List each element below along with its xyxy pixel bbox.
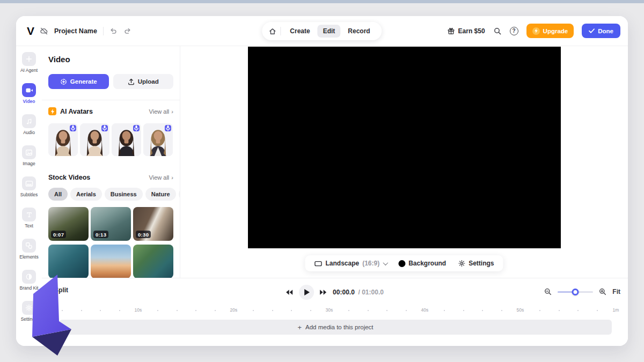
background-color-swatch [398, 260, 405, 267]
upgrade-button[interactable]: Upgrade [526, 24, 574, 38]
timeline-zoom-slider[interactable] [558, 289, 593, 295]
add-media-button[interactable]: + Add media to this project [59, 320, 612, 335]
nav-tab-create[interactable]: Create [284, 25, 315, 38]
stock-video-underwater-divers[interactable] [48, 245, 89, 278]
stock-filter-nature[interactable]: Nature [145, 188, 176, 201]
timeline-ruler[interactable]: 10s20s30s40s50s1m [42, 306, 628, 315]
generate-button[interactable]: Generate [48, 74, 109, 89]
scissors-icon: ✂ [46, 286, 52, 294]
sidebar-item-settings[interactable]: Settings [16, 298, 42, 329]
sidebar-item-brand-kit[interactable]: Brand Kit [16, 267, 42, 298]
ruler-label: 50s [517, 307, 524, 313]
video-duration-badge: 0:30 [136, 231, 151, 238]
ruler-tick [368, 310, 369, 311]
ruler-tick [62, 310, 63, 311]
sidebar-item-image[interactable]: Image [16, 142, 42, 173]
background-button[interactable]: Background [392, 260, 452, 267]
ai-avatar-card-avatar-2[interactable] [80, 123, 109, 156]
ai-avatars-view-all[interactable]: View all› [149, 108, 173, 115]
sidebar-item-subtitles[interactable]: Subtitles [16, 173, 42, 204]
veed-logo: V [24, 25, 34, 38]
ai-agent-icon [22, 52, 36, 66]
ruler-tick [157, 310, 158, 311]
ai-avatar-card-avatar-4[interactable] [143, 123, 173, 156]
undo-icon[interactable] [109, 27, 118, 35]
landscape-rect-icon [314, 260, 322, 267]
sidebar-item-label: Brand Kit [20, 285, 39, 291]
check-icon [589, 28, 595, 33]
cloud-sync-icon [40, 27, 48, 35]
zoom-slider-handle[interactable] [572, 289, 579, 295]
sidebar-item-video[interactable]: Video [16, 80, 42, 111]
zoom-out-icon[interactable] [544, 288, 552, 295]
project-name[interactable]: Project Name [54, 27, 97, 35]
done-button[interactable]: Done [582, 24, 620, 38]
chevron-right-icon: › [171, 108, 173, 115]
nav-tab-record[interactable]: Record [342, 25, 375, 38]
sidebar-rail: AI AgentVideoAudioImageSubtitlesTextElem… [16, 46, 42, 346]
sidebar-item-text[interactable]: Text [16, 204, 42, 235]
stock-video-rocky-coast[interactable]: 0:13 [91, 207, 131, 241]
stock-video-mountain-valley[interactable]: 0:07 [48, 207, 89, 241]
sidebar-item-audio[interactable]: Audio [16, 111, 42, 142]
ruler-tick [577, 310, 579, 311]
ruler-tick [597, 310, 598, 311]
stock-filter--[interactable]: ··· [179, 188, 180, 201]
nav-tab-edit[interactable]: Edit [318, 25, 341, 38]
stock-videos-view-all[interactable]: View all› [149, 174, 173, 181]
help-icon[interactable]: ? [510, 27, 518, 35]
skip-back-icon[interactable] [286, 290, 293, 295]
sidebar-item-elements[interactable]: Elements [16, 235, 42, 267]
divider [42, 100, 180, 100]
gift-icon [447, 27, 455, 35]
ruler-label: 10s [135, 307, 142, 313]
stock-video-sunset-peaks[interactable] [91, 245, 131, 278]
upload-icon [128, 78, 135, 85]
split-button[interactable]: ✂ Split [46, 286, 68, 294]
stock-video-coastal-cliffs[interactable] [133, 245, 173, 278]
ruler-tick [310, 310, 311, 311]
voice-badge-icon [101, 125, 108, 131]
search-icon[interactable] [493, 27, 502, 35]
ruler-label: 40s [421, 307, 429, 313]
ruler-tick [501, 310, 502, 311]
ai-avatar-card-avatar-3[interactable] [112, 123, 141, 156]
audio-icon [22, 114, 36, 128]
ai-avatars-header: AI Avatars View all› [48, 107, 173, 115]
zoom-in-icon[interactable] [599, 288, 606, 295]
image-icon [22, 145, 36, 159]
stock-filter-business[interactable]: Business [105, 188, 143, 201]
ruler-tick [119, 310, 120, 311]
home-icon[interactable] [268, 27, 276, 35]
ruler-tick [348, 310, 349, 311]
chevron-right-icon: › [171, 174, 173, 181]
sidebar-item-label: Subtitles [20, 192, 38, 197]
sidebar-item-ai-agent[interactable]: AI Agent [16, 49, 42, 80]
stock-filter-aerials[interactable]: Aerials [70, 188, 102, 201]
earn-reward-button[interactable]: Earn $50 [447, 27, 485, 35]
sidebar-item-label: Elements [19, 254, 38, 260]
video-duration-badge: 0:13 [93, 231, 108, 238]
redo-icon[interactable] [123, 27, 131, 35]
voice-badge-icon [165, 125, 171, 131]
fit-button[interactable]: Fit [612, 288, 620, 295]
ai-avatar-card-avatar-1[interactable] [48, 123, 78, 156]
bolt-icon [532, 27, 540, 35]
ruler-tick [272, 310, 273, 311]
stock-video-office-meeting[interactable]: 0:30 [133, 207, 173, 241]
stock-filter-all[interactable]: All [48, 188, 68, 201]
canvas-settings-button[interactable]: Settings [452, 260, 500, 267]
mode-nav-pill: CreateEditRecord [262, 22, 382, 40]
aspect-ratio-selector[interactable]: Landscape (16:9) [308, 260, 392, 267]
video-canvas[interactable] [248, 47, 561, 248]
ruler-tick [215, 310, 216, 311]
skip-forward-icon[interactable] [320, 290, 327, 295]
voice-badge-icon [70, 125, 76, 131]
ai-avatars-badge-icon [48, 107, 56, 115]
browser-top-strip [0, 0, 644, 3]
upload-button[interactable]: Upload [113, 74, 174, 89]
ruler-tick [559, 310, 560, 311]
video-duration-badge: 0:07 [51, 231, 66, 238]
sidebar-item-label: Settings [21, 316, 38, 322]
play-button[interactable] [299, 285, 314, 300]
